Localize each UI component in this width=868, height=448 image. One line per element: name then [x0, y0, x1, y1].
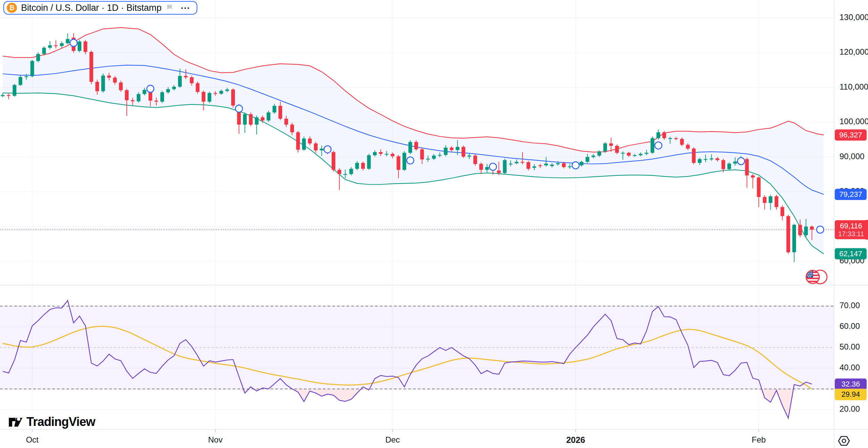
- bar-countdown: 17:33:11: [838, 230, 864, 238]
- symbol-ticker-pill[interactable]: ₿ Bitcoin / U.S. Dollar · 1D · Bitstamp …: [3, 1, 197, 15]
- svg-text:Oct: Oct: [26, 435, 39, 444]
- settings-gear-icon[interactable]: [837, 435, 850, 448]
- svg-text:50.00: 50.00: [840, 342, 860, 351]
- rsi-value-badge: 32.36: [835, 378, 867, 390]
- svg-text:100,000: 100,000: [840, 117, 868, 126]
- svg-text:Dec: Dec: [385, 435, 400, 444]
- tradingview-logo-mark: [8, 415, 23, 429]
- svg-text:40.00: 40.00: [840, 363, 860, 372]
- rsi-ma-value-badge: 29.94: [835, 389, 867, 400]
- tradingview-logo-text: TradingView: [26, 415, 95, 429]
- svg-text:110,000: 110,000: [840, 82, 868, 91]
- svg-text:Nov: Nov: [208, 435, 223, 444]
- bb-basis-badge: 79,237: [835, 189, 867, 200]
- tradingview-logo[interactable]: TradingView: [8, 415, 95, 429]
- flag-bookmark-icon[interactable]: [165, 4, 174, 12]
- svg-text:70.00: 70.00: [840, 301, 860, 310]
- chart-canvas[interactable]: 130,000120,000110,000100,00090,00080,000…: [0, 0, 868, 448]
- svg-text:Feb: Feb: [752, 435, 766, 444]
- svg-text:90,000: 90,000: [840, 152, 864, 161]
- more-menu-icon[interactable]: •••: [181, 5, 191, 11]
- svg-text:20.00: 20.00: [840, 404, 860, 413]
- bb-lower-badge: 62,147: [835, 248, 867, 259]
- tradingview-chart-page: 130,000120,000110,000100,00090,00080,000…: [0, 0, 868, 448]
- svg-text:60.00: 60.00: [840, 321, 860, 331]
- bitcoin-icon: ₿: [7, 3, 17, 13]
- symbol-title: Bitcoin / U.S. Dollar · 1D · Bitstamp: [21, 3, 161, 13]
- us-flag-icon[interactable]: [804, 269, 829, 286]
- svg-text:120,000: 120,000: [840, 47, 868, 56]
- last-price-badge: 69,116 17:33:11: [835, 220, 867, 239]
- bb-upper-badge: 96,327: [835, 129, 867, 141]
- last-price-edge-strip: [866, 220, 868, 240]
- svg-text:2026: 2026: [566, 435, 585, 445]
- svg-text:130,000: 130,000: [840, 13, 868, 22]
- last-price-value: 69,116: [838, 221, 864, 230]
